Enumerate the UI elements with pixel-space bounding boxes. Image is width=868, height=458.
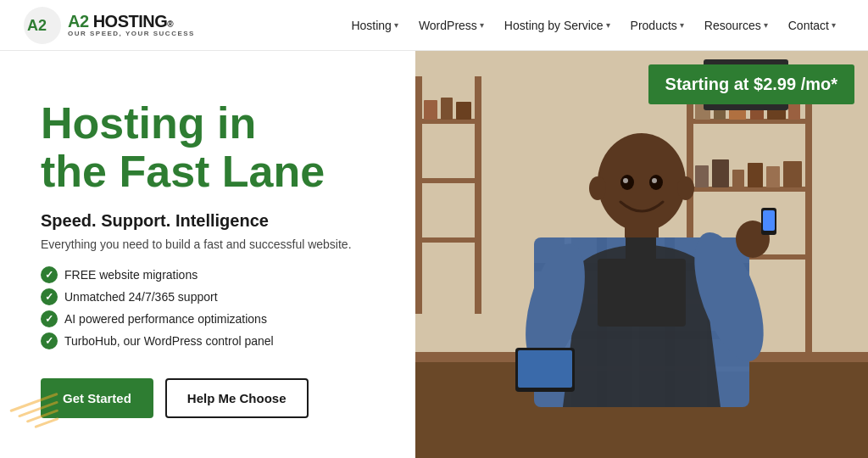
svg-rect-31: [441, 98, 453, 120]
svg-point-60: [652, 178, 657, 183]
cta-buttons: Get Started Help Me Choose: [41, 378, 381, 418]
svg-point-61: [589, 176, 606, 200]
list-item: TurboHub, our WordPress control panel: [41, 332, 381, 349]
hero-right: Starting at $2.99 /mo*: [415, 51, 868, 458]
svg-rect-15: [695, 165, 709, 187]
svg-rect-26: [475, 76, 481, 314]
svg-point-59: [623, 178, 628, 183]
svg-point-62: [677, 176, 694, 200]
main-content: Hosting in the Fast Lane Speed. Support.…: [0, 51, 868, 458]
check-icon: [41, 288, 58, 305]
svg-rect-56: [518, 350, 572, 388]
chevron-down-icon: ▾: [680, 20, 684, 30]
nav-item-resources[interactable]: Resources ▾: [696, 14, 776, 37]
svg-rect-17: [732, 170, 744, 187]
svg-rect-28: [415, 178, 481, 183]
nav-item-hosting[interactable]: Hosting ▾: [342, 14, 406, 37]
svg-rect-30: [424, 100, 437, 120]
svg-point-35: [598, 133, 686, 232]
svg-rect-32: [456, 102, 471, 120]
main-nav: Hosting ▾ WordPress ▾ Hosting by Service…: [342, 14, 844, 37]
price-badge: Starting at $2.99 /mo*: [648, 64, 854, 104]
svg-text:A2: A2: [27, 17, 47, 34]
nav-item-products[interactable]: Products ▾: [622, 14, 693, 37]
logo-icon: A2: [24, 7, 61, 44]
list-item: AI powered performance optimizations: [41, 310, 381, 327]
chevron-down-icon: ▾: [480, 20, 484, 30]
hero-subtitle: Speed. Support. Intelligence: [41, 211, 381, 231]
logo-tagline: OUR SPEED, YOUR SUCCESS: [68, 31, 195, 38]
hero-title: Hosting in the Fast Lane: [41, 99, 381, 196]
svg-rect-25: [415, 76, 422, 314]
header: A2 A2 HOSTING® OUR SPEED, YOUR SUCCESS H…: [0, 0, 868, 51]
logo-text: A2 HOSTING® OUR SPEED, YOUR SUCCESS: [68, 12, 195, 38]
svg-rect-20: [783, 161, 802, 187]
hero-left: Hosting in the Fast Lane Speed. Support.…: [0, 51, 415, 458]
nav-item-hosting-by-service[interactable]: Hosting by Service ▾: [496, 14, 619, 37]
decorative-lines: [0, 401, 59, 424]
check-icon: [41, 310, 58, 327]
logo-brand: A2 HOSTING®: [68, 12, 195, 31]
svg-rect-29: [415, 237, 481, 243]
svg-rect-48: [598, 259, 686, 327]
list-item: Unmatched 24/7/365 support: [41, 288, 381, 305]
svg-rect-52: [763, 210, 775, 231]
list-item: FREE website migrations: [41, 266, 381, 283]
check-icon: [41, 332, 58, 349]
svg-rect-19: [766, 166, 780, 187]
feature-list: FREE website migrations Unmatched 24/7/3…: [41, 266, 381, 355]
chevron-down-icon: ▾: [832, 20, 836, 30]
check-icon: [41, 266, 58, 283]
chevron-down-icon: ▾: [394, 20, 398, 30]
hero-image: PLEASE TRY OUR A2 CLOUD: [415, 51, 868, 458]
hero-description: Everything you need to build a fast and …: [41, 237, 381, 251]
nav-item-wordpress[interactable]: WordPress ▾: [410, 14, 492, 37]
svg-rect-18: [748, 163, 763, 187]
nav-item-contact[interactable]: Contact ▾: [780, 14, 844, 37]
help-me-choose-button[interactable]: Help Me Choose: [165, 378, 309, 418]
chevron-down-icon: ▾: [606, 20, 610, 30]
chevron-down-icon: ▾: [764, 20, 768, 30]
svg-rect-16: [712, 159, 729, 187]
logo[interactable]: A2 A2 HOSTING® OUR SPEED, YOUR SUCCESS: [24, 7, 195, 44]
